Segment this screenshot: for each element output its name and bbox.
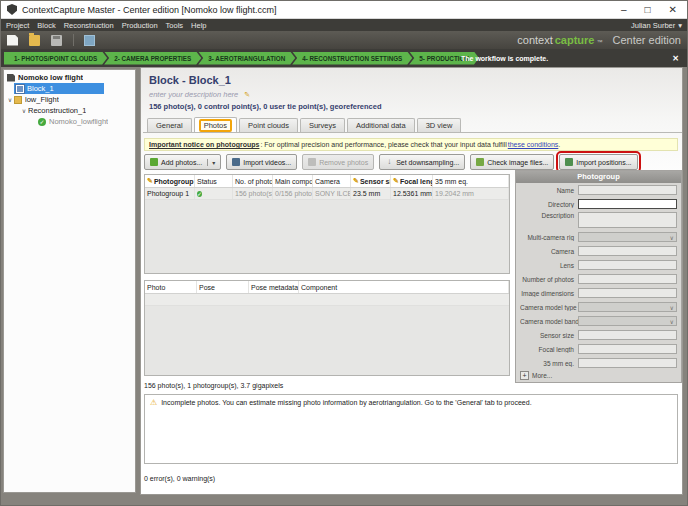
- workflow-step-reconstruction[interactable]: 4- RECONSTRUCTION SETTINGS: [292, 52, 412, 65]
- brand-context: context: [517, 34, 552, 46]
- tab-point-clouds[interactable]: Point clouds: [239, 118, 298, 132]
- menu-bar: Project Block Reconstruction Production …: [1, 19, 687, 31]
- project-tree: Nomoko low flight Block_1 ∨ low_Flight ∨…: [3, 69, 136, 493]
- brand-capture: capture: [555, 34, 595, 46]
- camera-model-band-select[interactable]: ∨: [578, 316, 677, 326]
- camera-model-type-select[interactable]: ∨: [578, 302, 677, 312]
- save-project-icon[interactable]: [51, 35, 62, 46]
- block-title: Block - Block_1: [149, 74, 231, 86]
- set-downsampling-button[interactable]: ↓ Set downsampling...: [379, 154, 465, 170]
- chevron-down-icon[interactable]: ∨: [20, 107, 28, 114]
- add-photos-dropdown-icon[interactable]: ▾: [207, 159, 215, 166]
- photogroups-notice: Important notice on photogroups: For opt…: [144, 138, 678, 151]
- block-stats: 156 photo(s), 0 control point(s), 0 user…: [149, 102, 382, 111]
- import-positions-button[interactable]: Import positions...: [559, 154, 637, 170]
- 35mm-eq-field[interactable]: [578, 358, 677, 368]
- warnings-box: ⚠ Incomplete photos. You can estimate mi…: [144, 394, 678, 464]
- warning-message: Incomplete photos. You can estimate miss…: [161, 399, 531, 406]
- conditions-link[interactable]: these conditions: [508, 141, 559, 148]
- photo-actions: Add photos... ▾ Import videos... Remove …: [144, 154, 638, 170]
- title-bar: ContextCapture Master - Center edition […: [1, 1, 687, 19]
- select-caret-icon: ∨: [670, 234, 674, 241]
- notice-link[interactable]: Important notice on photogroups: [149, 141, 259, 148]
- brand-logo: contextcapture™ Center edition: [517, 34, 681, 46]
- tab-surveys[interactable]: Surveys: [300, 118, 345, 132]
- import-videos-button[interactable]: Import videos...: [226, 154, 297, 170]
- maximize-button[interactable]: □: [645, 5, 651, 15]
- directory-field[interactable]: [578, 199, 677, 209]
- menu-production[interactable]: Production: [122, 21, 158, 30]
- window-title: ContextCapture Master - Center edition […: [22, 5, 621, 15]
- toolbar: contextcapture™ Center edition: [1, 31, 687, 49]
- tree-item-reconstruction-1[interactable]: ∨ Reconstruction_1: [4, 105, 135, 116]
- tab-photos[interactable]: Photos: [194, 117, 237, 132]
- photogroup-table-header: ✎Photogroup Status No. of photos Main co…: [145, 175, 509, 188]
- menu-block[interactable]: Block: [37, 21, 55, 30]
- edit-pencil-icon: ✎: [353, 177, 359, 185]
- check-image-files-icon: [476, 158, 484, 166]
- remove-photos-icon: [308, 158, 316, 166]
- remove-photos-button: Remove photos: [302, 154, 374, 170]
- add-photos-button[interactable]: Add photos... ▾: [144, 154, 221, 170]
- focal-length-field[interactable]: [578, 344, 677, 354]
- user-name: Julian Surber: [631, 21, 675, 30]
- photogroup-row[interactable]: Photogroup 1 ✓ 156 photo(s) 0/156 photo.…: [145, 188, 509, 200]
- tab-additional-data[interactable]: Additional data: [347, 118, 415, 132]
- edit-pencil-icon: ✎: [147, 177, 153, 185]
- block-description-placeholder[interactable]: enter your description here: [149, 90, 238, 99]
- caret-down-icon: ▾: [678, 21, 682, 30]
- workflow-bar: 1- PHOTOS/POINT CLOUDS 2- CAMERA PROPERT…: [1, 49, 687, 67]
- sensor-size-field[interactable]: [578, 330, 677, 340]
- chevron-down-icon[interactable]: ∨: [6, 96, 14, 103]
- tree-item-nomoko-lowflight[interactable]: ✓ Nomoko_lowflight: [4, 116, 135, 127]
- status-ok-icon: ✓: [197, 191, 202, 197]
- user-account-menu[interactable]: Julian Surber ▾: [631, 21, 682, 30]
- close-button[interactable]: ✕: [669, 5, 677, 15]
- lens-field[interactable]: [578, 260, 677, 270]
- tree-item-project-root[interactable]: Nomoko low flight: [4, 72, 135, 83]
- properties-panel-title: Photogroup: [516, 171, 681, 183]
- select-caret-icon: ∨: [670, 304, 674, 311]
- minimize-button[interactable]: –: [621, 5, 627, 15]
- check-circle-icon: ✓: [38, 118, 46, 126]
- import-positions-icon: [565, 158, 573, 166]
- tree-item-block-1[interactable]: Block_1: [14, 83, 104, 94]
- photogroup-properties-panel: Photogroup Name Directory Description Mu…: [515, 170, 682, 383]
- more-button[interactable]: + More...: [516, 370, 681, 381]
- new-project-icon[interactable]: [7, 35, 18, 46]
- tab-bar: General Photos Point clouds Surveys Addi…: [143, 118, 682, 133]
- photos-table-header: Photo Pose Pose metadata Component: [145, 281, 509, 294]
- tab-3d-view[interactable]: 3D view: [417, 118, 462, 132]
- check-image-files-button[interactable]: Check image files...: [470, 154, 554, 170]
- image-dimensions-field[interactable]: [578, 288, 677, 298]
- main-panel: Block - Block_1 enter your description h…: [140, 67, 683, 495]
- select-caret-icon: ∨: [670, 318, 674, 325]
- workflow-step-aerotriangulation[interactable]: 3- AEROTRIANGULATION: [198, 52, 295, 65]
- plus-icon: +: [520, 371, 529, 380]
- description-field[interactable]: [578, 212, 677, 228]
- app-window: ContextCapture Master - Center edition […: [0, 0, 688, 506]
- toolbar-separator: [73, 34, 74, 46]
- tab-general[interactable]: General: [147, 118, 192, 132]
- menu-project[interactable]: Project: [6, 21, 29, 30]
- camera-field[interactable]: [578, 246, 677, 256]
- workflow-step-photos[interactable]: 1- PHOTOS/POINT CLOUDS: [4, 52, 107, 65]
- view-window-icon[interactable]: [84, 35, 95, 46]
- import-videos-icon: [232, 158, 240, 166]
- brand-trademark: ™: [597, 39, 603, 45]
- edit-pencil-icon[interactable]: ✎: [244, 91, 250, 99]
- workflow-close-icon[interactable]: ✕: [672, 54, 679, 63]
- tree-item-low-flight[interactable]: ∨ low_Flight: [4, 94, 135, 105]
- menu-reconstruction[interactable]: Reconstruction: [64, 21, 114, 30]
- photos-table: Photo Pose Pose metadata Component: [144, 280, 510, 376]
- name-field[interactable]: [578, 185, 677, 195]
- open-project-icon[interactable]: [29, 35, 40, 46]
- set-downsampling-icon: ↓: [385, 158, 393, 166]
- workflow-step-camera[interactable]: 2- CAMERA PROPERTIES: [104, 52, 201, 65]
- workflow-status: The workflow is complete.: [461, 55, 548, 62]
- menu-tools[interactable]: Tools: [166, 21, 184, 30]
- menu-help[interactable]: Help: [191, 21, 206, 30]
- photos-summary: 156 photo(s), 1 photogroup(s), 3.7 gigap…: [144, 382, 283, 389]
- number-of-photos-field[interactable]: [578, 274, 677, 284]
- multi-camera-rig-select[interactable]: ∨: [578, 232, 677, 242]
